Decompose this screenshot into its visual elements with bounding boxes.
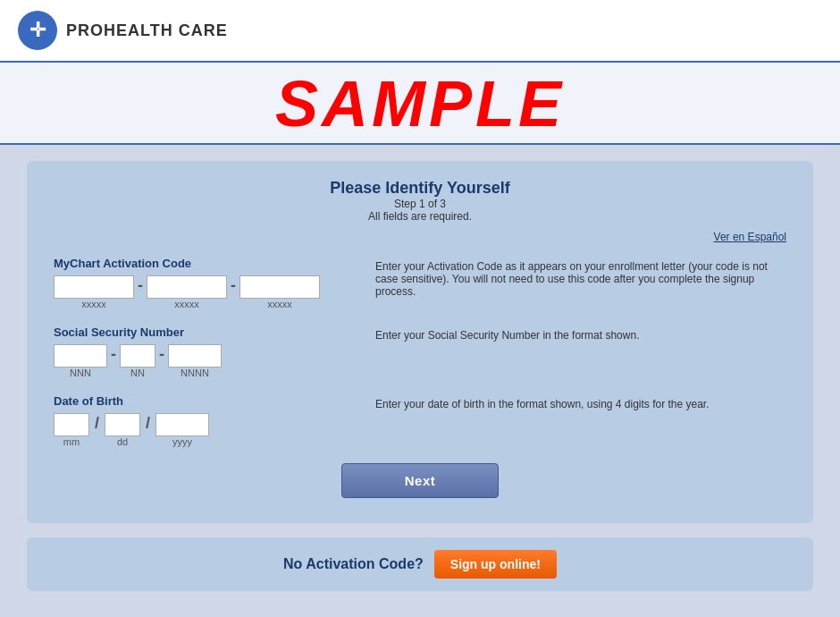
activation-code-sep-1: -	[134, 276, 147, 309]
dob-placeholder-dd: dd	[117, 436, 128, 447]
form-step: Step 1 of 3	[54, 198, 786, 210]
activation-code-placeholder-1: xxxxx	[81, 299, 106, 309]
activation-code-input-2[interactable]	[147, 275, 227, 299]
ssn-col-2: NN	[120, 344, 155, 378]
dob-row: Date of Birth mm / dd / yyyy	[54, 394, 786, 447]
ssn-placeholder-1: NNN	[70, 368, 91, 378]
dob-input-yyyy[interactable]	[155, 413, 209, 436]
ssn-help: Enter your Social Security Number in the…	[375, 325, 786, 342]
dob-sep-1: /	[89, 414, 105, 447]
dob-inputs: mm / dd / yyyy	[54, 413, 357, 447]
dob-input-mm[interactable]	[54, 413, 89, 436]
activation-code-input-3[interactable]	[239, 275, 320, 299]
activation-code-placeholder-2: xxxxx	[174, 299, 199, 309]
ssn-input-3[interactable]	[168, 344, 222, 368]
form-title: Please Identify Yourself	[54, 179, 786, 198]
ssn-input-2[interactable]	[120, 344, 155, 368]
activation-code-left: MyChart Activation Code xxxxx - xxxxx - …	[54, 257, 375, 309]
ssn-left: Social Security Number NNN - NN - NNNN	[54, 325, 375, 378]
sample-banner: SAMPLE	[0, 63, 840, 145]
next-button-container: Next	[54, 463, 786, 498]
ssn-col-3: NNNN	[168, 344, 222, 378]
activation-code-input-1[interactable]	[54, 275, 134, 299]
activation-code-help: Enter your Activation Code as it appears…	[375, 257, 786, 298]
next-button[interactable]: Next	[341, 463, 500, 498]
signup-online-button[interactable]: Sign up online!	[434, 550, 557, 579]
form-required-note: All fields are required.	[54, 210, 786, 223]
ssn-col-1: NNN	[54, 344, 107, 378]
logo-icon: ✛	[18, 11, 57, 50]
identify-form-card: Please Identify Yourself Step 1 of 3 All…	[27, 161, 813, 523]
ssn-sep-2: -	[155, 345, 168, 378]
dob-input-dd[interactable]	[105, 413, 140, 436]
ssn-placeholder-2: NN	[130, 368, 145, 378]
dob-col-mm: mm	[54, 413, 89, 447]
dob-col-dd: dd	[105, 413, 140, 447]
main-content: Please Identify Yourself Step 1 of 3 All…	[0, 145, 840, 609]
dob-sep-2: /	[140, 414, 155, 447]
ssn-inputs: NNN - NN - NNNN	[54, 344, 357, 378]
sample-watermark: SAMPLE	[0, 72, 840, 136]
form-header: Please Identify Yourself Step 1 of 3 All…	[54, 179, 786, 223]
activation-code-col-2: xxxxx	[147, 275, 227, 309]
dob-placeholder-yyyy: yyyy	[172, 436, 192, 447]
dob-label: Date of Birth	[54, 394, 357, 408]
ssn-label: Social Security Number	[54, 325, 357, 339]
activation-code-label: MyChart Activation Code	[54, 257, 357, 270]
spanish-language-link[interactable]: Ver en Español	[714, 231, 786, 243]
ssn-sep-1: -	[107, 345, 120, 378]
page-header: ✛ ProHealth Care	[0, 0, 840, 63]
dob-placeholder-mm: mm	[63, 436, 80, 447]
activation-code-col-3: xxxxx	[239, 275, 320, 309]
ssn-input-1[interactable]	[54, 344, 107, 368]
activation-code-inputs: xxxxx - xxxxx - xxxxx	[54, 275, 357, 309]
ssn-row: Social Security Number NNN - NN - NNNN	[54, 325, 786, 378]
logo-text: ProHealth Care	[66, 21, 228, 40]
dob-help: Enter your date of birth in the format s…	[375, 394, 786, 410]
dob-left: Date of Birth mm / dd / yyyy	[54, 394, 375, 447]
activation-code-row: MyChart Activation Code xxxxx - xxxxx - …	[54, 257, 786, 309]
activation-code-sep-2: -	[227, 276, 239, 309]
no-code-text: No Activation Code?	[283, 556, 424, 572]
spanish-link-container: Ver en Español	[54, 228, 786, 244]
dob-col-yyyy: yyyy	[155, 413, 209, 447]
logo-cross-icon: ✛	[29, 21, 46, 40]
no-code-card: No Activation Code? Sign up online!	[27, 537, 813, 591]
activation-code-placeholder-3: xxxxx	[267, 299, 292, 309]
ssn-placeholder-3: NNNN	[181, 368, 209, 378]
activation-code-col-1: xxxxx	[54, 275, 134, 309]
